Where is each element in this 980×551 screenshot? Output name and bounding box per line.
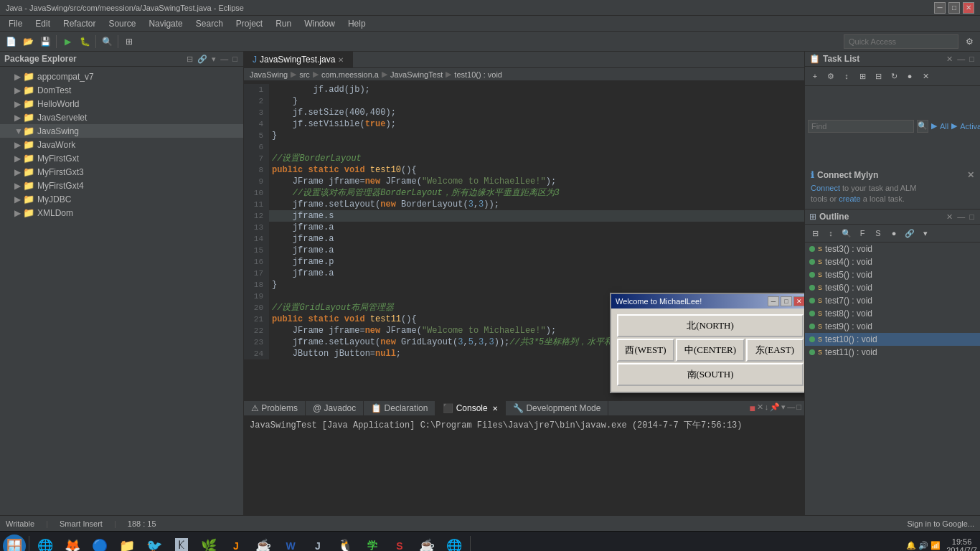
dialog-close-button[interactable]: ✕ xyxy=(793,296,804,306)
center-button[interactable]: 中(CENTER) xyxy=(676,339,745,362)
tree-item-appcompat[interactable]: ▶ 📁 appcompat_v7 xyxy=(0,70,243,83)
taskbar-firefox[interactable]: 🦊 xyxy=(60,534,85,552)
taskbar-app15[interactable]: ☕ xyxy=(414,534,440,552)
maximize-panel-button[interactable]: □ xyxy=(231,55,239,64)
menu-refactor[interactable]: Refactor xyxy=(57,17,101,30)
outline-filter-btn[interactable]: 🔍 xyxy=(839,226,854,240)
collapse-all-button[interactable]: ⊟ xyxy=(185,55,194,64)
tree-item-helloworld[interactable]: ▶ 📁 HelloWorld xyxy=(0,97,243,110)
outline-item-test8[interactable]: S test8() : void xyxy=(805,307,980,320)
taskbar-java[interactable]: J xyxy=(223,534,249,552)
bc-method[interactable]: test10() : void xyxy=(454,70,502,79)
menu-help[interactable]: Help xyxy=(342,17,372,30)
package-explorer-controls[interactable]: ⊟ 🔗 ▾ — □ xyxy=(185,55,239,64)
taskbar-app14[interactable]: S xyxy=(387,534,413,552)
outline-item-test11[interactable]: S test11() : void xyxy=(805,346,980,359)
tree-item-javaswing[interactable]: ▼ 📁 JavaSwing xyxy=(0,124,243,138)
taskbar-app5[interactable]: 🐦 xyxy=(141,534,167,552)
north-button[interactable]: 北(NORTH) xyxy=(617,314,804,337)
new-task-button[interactable]: + xyxy=(808,69,822,83)
console-pin-button[interactable]: 📌 xyxy=(770,402,780,414)
taskbar-app7[interactable]: 🌿 xyxy=(196,534,222,552)
outline-maximize[interactable]: □ xyxy=(968,212,976,222)
new-button[interactable]: 📄 xyxy=(3,34,19,50)
outline-dot-btn[interactable]: ● xyxy=(887,226,901,240)
bc-javaswing[interactable]: JavaSwing xyxy=(250,70,288,79)
outline-minimize[interactable]: — xyxy=(956,212,966,222)
task-find-input[interactable] xyxy=(808,120,914,133)
task-group-button[interactable]: ⊞ xyxy=(855,69,870,83)
quick-access-input[interactable] xyxy=(844,34,958,49)
console-scroll-button[interactable]: ↓ xyxy=(765,402,769,414)
link-editor-button[interactable]: 🔗 xyxy=(196,55,209,64)
sign-in-text[interactable]: Sign in to Google... xyxy=(907,519,974,528)
outline-item-test5[interactable]: S test5() : void xyxy=(805,268,980,281)
outline-item-test4[interactable]: S test4() : void xyxy=(805,255,980,268)
outline-item-test10[interactable]: S test10() : void xyxy=(805,333,980,346)
menu-window[interactable]: Window xyxy=(298,17,341,30)
menu-run[interactable]: Run xyxy=(270,17,297,30)
all-text[interactable]: All xyxy=(940,122,948,131)
taskbar-app6[interactable]: 🅺 xyxy=(169,534,194,552)
west-button[interactable]: 西(WEST) xyxy=(617,339,674,362)
taskbar-eclipse[interactable]: ☕ xyxy=(250,534,276,552)
view-menu-button[interactable]: ▾ xyxy=(210,55,217,64)
toolbar-settings-button[interactable]: ⚙ xyxy=(961,34,977,50)
debug-button[interactable]: 🐛 xyxy=(77,34,93,50)
menu-navigate[interactable]: Navigate xyxy=(143,17,188,30)
console-maximize[interactable]: □ xyxy=(796,402,801,414)
bc-class[interactable]: JavaSwingTest xyxy=(390,70,443,79)
taskbar-app13[interactable]: 学 xyxy=(359,534,385,552)
menu-file[interactable]: File xyxy=(3,17,28,30)
outline-item-test3[interactable]: S test3() : void xyxy=(805,242,980,255)
tree-item-xmldom[interactable]: ▶ 📁 XMLDom xyxy=(0,206,243,220)
tree-item-myfirstgxt[interactable]: ▶ 📁 MyFirstGxt xyxy=(0,151,243,165)
tab-javadoc[interactable]: @ Javadoc xyxy=(306,401,364,415)
task-sort-button[interactable]: ↕ xyxy=(839,69,854,83)
outline-sort-btn[interactable]: ↕ xyxy=(824,226,838,240)
console-clear-button[interactable]: ✕ xyxy=(757,402,763,414)
tab-console[interactable]: ⬛ Console ✕ xyxy=(435,401,506,415)
taskbar-chrome[interactable]: 🌐 xyxy=(32,534,58,552)
console-close-icon[interactable]: ✕ xyxy=(492,405,498,413)
tab-declaration[interactable]: 📋 Declaration xyxy=(364,401,435,415)
outline-view-btn[interactable]: ▾ xyxy=(918,226,933,240)
bc-src[interactable]: src xyxy=(299,70,310,79)
task-list-close[interactable]: ✕ xyxy=(945,55,954,64)
bc-package[interactable]: com.meession.a xyxy=(321,70,379,79)
outline-item-test6[interactable]: S test6() : void xyxy=(805,281,980,294)
tab-close-icon[interactable]: ✕ xyxy=(338,56,344,64)
task-delete-button[interactable]: ✕ xyxy=(918,69,933,83)
task-sync-button[interactable]: ↻ xyxy=(887,69,901,83)
taskbar-app16[interactable]: 🌐 xyxy=(441,534,467,552)
task-find-button[interactable]: 🔍 xyxy=(917,120,928,133)
taskbar-word[interactable]: W xyxy=(278,534,303,552)
window-controls[interactable]: ─ □ ✕ xyxy=(934,2,974,14)
start-button[interactable]: 🪟 xyxy=(3,534,26,552)
activate-text[interactable]: Activate... xyxy=(960,122,980,131)
console-controls[interactable]: ■ ✕ ↓ 📌 ▾ — □ xyxy=(749,402,804,414)
tree-item-javaservelet[interactable]: ▶ 📁 JavaServelet xyxy=(0,110,243,124)
task-list-maximize[interactable]: □ xyxy=(968,55,976,64)
outline-collapse-btn[interactable]: ⊟ xyxy=(808,226,822,240)
perspective-btn[interactable]: ⊞ xyxy=(121,34,137,50)
task-collapse-button[interactable]: ⊟ xyxy=(871,69,885,83)
run-button[interactable]: ▶ xyxy=(60,34,75,50)
maximize-button[interactable]: □ xyxy=(948,2,960,14)
tab-devmode[interactable]: 🔧 Development Mode xyxy=(506,401,608,415)
menu-project[interactable]: Project xyxy=(230,17,268,30)
dialog-title-bar[interactable]: Welcome to MichaelLee! ─ □ ✕ xyxy=(611,294,804,309)
outline-fields-btn[interactable]: F xyxy=(855,226,870,240)
outline-link-btn[interactable]: 🔗 xyxy=(903,226,917,240)
mylyn-close-icon[interactable]: ✕ xyxy=(967,170,974,180)
save-button[interactable]: 💾 xyxy=(37,34,53,50)
stop-button[interactable]: ■ xyxy=(749,402,755,414)
menu-search[interactable]: Search xyxy=(190,17,229,30)
outline-static-btn[interactable]: S xyxy=(871,226,885,240)
tree-item-myfirstgxt3[interactable]: ▶ 📁 MyFirstGxt3 xyxy=(0,165,243,179)
connect-link[interactable]: Connect xyxy=(811,184,840,192)
close-button[interactable]: ✕ xyxy=(963,2,974,14)
minimize-panel-button[interactable]: — xyxy=(219,55,230,64)
taskbar-ie[interactable]: 🔵 xyxy=(87,534,113,552)
create-link[interactable]: create xyxy=(839,194,861,203)
